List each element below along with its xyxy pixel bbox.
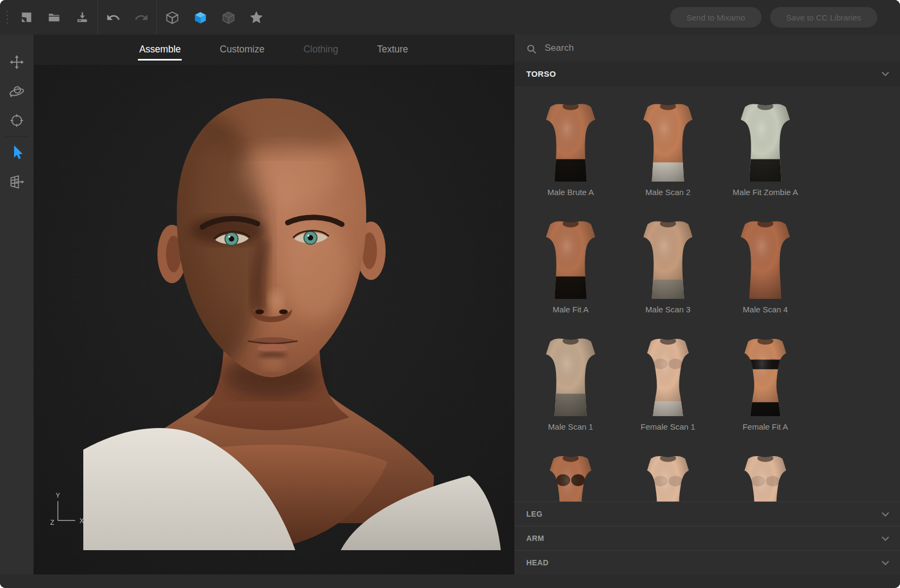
open-folder-icon [47, 10, 61, 24]
view-cube-alt-button[interactable] [214, 0, 242, 35]
tab-assemble[interactable]: Assemble [138, 35, 182, 64]
toolbar-separator [97, 0, 98, 35]
move-tool-button[interactable] [0, 48, 34, 77]
section-label: HEAD [526, 558, 548, 567]
orbit-tool-icon [8, 83, 25, 100]
torso-thumbnail [538, 335, 603, 416]
tab-clothing[interactable]: Clothing [302, 35, 339, 64]
target-tool-icon [9, 112, 25, 129]
axis-z-label: Z [50, 519, 54, 526]
redo-button[interactable] [127, 0, 155, 35]
undo-icon [106, 10, 121, 25]
chevron-down-icon [882, 536, 889, 541]
torso-scroll-area[interactable]: Male Brute A Male Scan 2 Male Fit Zombie… [514, 86, 900, 502]
section-header-leg[interactable]: LEG [514, 502, 900, 526]
torso-item[interactable] [619, 438, 717, 502]
toolbar-grip[interactable] [2, 0, 12, 35]
torso-item-label: Male Scan 2 [645, 188, 690, 197]
torso-item[interactable]: Male Fit Zombie A [717, 86, 814, 203]
new-project-button[interactable] [12, 0, 40, 35]
select-tool-button[interactable] [0, 138, 34, 167]
torso-thumbnail [733, 218, 798, 299]
toolbar-separator [156, 0, 157, 35]
viewport-3d[interactable]: Y X Z [34, 65, 514, 574]
favorites-button[interactable] [242, 0, 270, 35]
torso-thumbnail [538, 452, 603, 502]
perspective-tool-button[interactable] [0, 167, 34, 196]
left-tool-rail [0, 35, 34, 574]
torso-item[interactable]: Male Scan 3 [619, 203, 717, 320]
section-label: LEG [526, 510, 542, 518]
torso-item[interactable] [717, 438, 814, 502]
undo-button[interactable] [99, 0, 127, 35]
search-icon [526, 44, 537, 55]
top-toolbar: Send to Mixamo Save to CC Libraries [0, 0, 900, 35]
open-file-button[interactable] [40, 0, 68, 35]
app-window: Send to Mixamo Save to CC Libraries [0, 0, 900, 588]
view-cube-alt-icon [221, 10, 236, 25]
torso-item[interactable]: Male Scan 4 [717, 203, 814, 320]
torso-item-label: Male Fit Zombie A [733, 188, 798, 197]
section-label: ARM [526, 534, 544, 543]
torso-item[interactable]: Female Scan 1 [619, 320, 717, 438]
torso-item-label: Male Brute A [547, 188, 594, 197]
character-bust: Y X Z [34, 65, 514, 574]
send-to-mixamo-button[interactable]: Send to Mixamo [670, 7, 761, 28]
view-cube-outline-button[interactable] [158, 0, 186, 35]
torso-thumbnail [733, 335, 798, 416]
torso-item[interactable]: Male Brute A [522, 86, 619, 203]
section-header-torso[interactable]: TORSO [514, 62, 900, 86]
section-header-head[interactable]: HEAD [514, 550, 900, 574]
torso-item[interactable]: Female Fit A [717, 320, 814, 438]
torso-thumbnail [538, 218, 603, 299]
chevron-down-icon [882, 560, 889, 565]
perspective-tool-icon [8, 173, 25, 190]
torso-item[interactable] [522, 438, 619, 502]
torso-item-label: Male Scan 3 [645, 305, 690, 314]
torso-thumbnail [733, 101, 798, 182]
torso-thumbnail [636, 218, 700, 299]
asset-panel: TORSO Male Brute A [514, 35, 900, 574]
torso-thumbnail [636, 335, 700, 416]
torso-item[interactable]: Male Fit A [522, 203, 619, 320]
view-cube-active-button[interactable] [186, 0, 214, 35]
tab-texture[interactable]: Texture [376, 35, 409, 64]
torso-item-label: Female Fit A [743, 422, 788, 431]
chevron-down-icon [882, 512, 889, 517]
select-tool-icon [9, 144, 25, 161]
stage: Assemble Customize Clothing Texture [34, 35, 514, 574]
torso-thumbnail [636, 452, 700, 502]
axis-x-label: X [80, 517, 84, 525]
torso-item-label: Male Scan 1 [548, 422, 593, 431]
favorite-star-icon [249, 10, 264, 25]
save-to-cc-libraries-button[interactable]: Save to CC Libraries [770, 7, 877, 28]
save-export-button[interactable] [68, 0, 96, 35]
mode-tabs: Assemble Customize Clothing Texture [34, 35, 514, 65]
tab-customize[interactable]: Customize [219, 35, 266, 64]
torso-thumbnail [733, 452, 798, 502]
torso-item-label: Male Scan 4 [743, 305, 788, 314]
move-tool-icon [9, 54, 25, 70]
torso-item[interactable]: Male Scan 1 [522, 320, 619, 438]
search-row [514, 35, 900, 62]
chevron-down-icon [882, 71, 889, 76]
orbit-tool-button[interactable] [0, 77, 34, 106]
torso-item-label: Male Fit A [553, 305, 589, 314]
torso-grid: Male Brute A Male Scan 2 Male Fit Zombie… [522, 86, 900, 502]
target-tool-button[interactable] [0, 106, 34, 135]
torso-item[interactable]: Male Scan 2 [619, 86, 717, 203]
new-project-icon [19, 10, 33, 24]
torso-thumbnail [538, 101, 603, 182]
axis-y-label: Y [56, 492, 60, 499]
redo-icon [134, 10, 149, 25]
save-export-icon [75, 10, 89, 24]
view-cube-active-icon [193, 10, 208, 25]
bottom-strip [0, 574, 900, 588]
section-header-arm[interactable]: ARM [514, 526, 900, 550]
section-label: TORSO [526, 69, 556, 78]
rail-divider [4, 136, 29, 137]
view-cube-outline-icon [165, 10, 180, 25]
search-input[interactable] [544, 42, 885, 54]
torso-item-label: Female Scan 1 [641, 422, 696, 431]
torso-thumbnail [636, 101, 700, 182]
